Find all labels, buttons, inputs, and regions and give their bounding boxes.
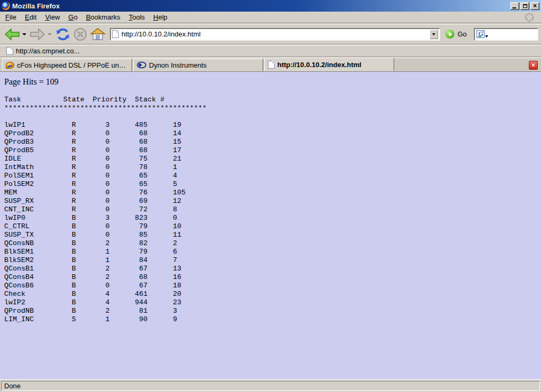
tab-label: http://10.0.10.2/index.html: [277, 61, 361, 69]
table-row: QConsNB B 2 82 2: [4, 239, 541, 248]
table-row: SUSP_TX B 0 85 11: [4, 231, 541, 239]
table-row: SUSP_RX R 0 69 12: [4, 197, 541, 206]
restore-icon: [523, 4, 527, 8]
table-row: BlkSEM2 B 1 84 7: [4, 256, 541, 265]
table-header: Task State Priority Stack #: [4, 96, 541, 104]
throbber-icon: [523, 13, 536, 22]
bookmarks-toolbar: http://as.cmpnet.co...: [0, 45, 541, 57]
table-row: C_CTRL B 0 79 10: [4, 222, 541, 231]
back-dropdown-caret[interactable]: [22, 33, 26, 35]
table-row: PolSEM1 R 0 65 4: [4, 172, 541, 180]
tab-bar: cFos Highspeed DSL / PPPoE und ISDN CAP.…: [0, 58, 541, 72]
back-button[interactable]: [3, 25, 21, 43]
menu-item-edit[interactable]: Edit: [21, 12, 41, 23]
table-row: QProdNB B 2 81 3: [4, 307, 541, 315]
menu-item-view[interactable]: View: [41, 12, 64, 23]
table-row: QConsB6 B 0 67 18: [4, 282, 541, 290]
table-row: BlkSEM1 B 1 79 6: [4, 248, 541, 256]
task-table: Task State Priority Stack #*************…: [4, 96, 541, 324]
bookmark-item[interactable]: http://as.cmpnet.co...: [3, 46, 83, 56]
table-row: IDLE R 0 75 21: [4, 155, 541, 163]
stop-icon: [73, 27, 88, 42]
menu-item-file[interactable]: File: [1, 12, 21, 23]
forward-arrow-icon: [30, 28, 45, 41]
restore-button[interactable]: [520, 2, 529, 10]
table-row: MEM R 0 76 105: [4, 189, 541, 197]
page-hits-text: Page Hits = 109: [4, 77, 541, 87]
table-row: QConsB4 B 2 68 16: [4, 273, 541, 282]
page-content: Page Hits = 109 Task State Priority Stac…: [0, 72, 541, 379]
search-engine-caret[interactable]: [485, 35, 488, 38]
menu-item-tools[interactable]: Tools: [125, 12, 149, 23]
go-label[interactable]: Go: [458, 30, 467, 38]
tab-1[interactable]: cFos Highspeed DSL / PPPoE und ISDN CAP.…: [2, 59, 132, 71]
home-icon: [90, 27, 106, 41]
cfos-favicon-icon: [6, 62, 14, 69]
go-button[interactable]: [445, 30, 454, 39]
chevron-down-icon: [432, 33, 435, 35]
tab-2[interactable]: Dynon Instruments: [133, 59, 263, 71]
go-play-icon: [449, 32, 452, 36]
forward-dropdown-caret[interactable]: [48, 33, 52, 35]
back-arrow-icon: [4, 28, 20, 41]
table-row: lwIP1 R 3 485 19: [4, 121, 541, 129]
table-row: QProdB2 R 0 68 14: [4, 129, 541, 138]
close-tab-button[interactable]: ×: [529, 61, 538, 70]
page-icon: [112, 30, 119, 38]
menu-item-help[interactable]: Help: [149, 12, 172, 23]
navigation-toolbar: http://10.0.10.2/index.html Go G!: [0, 24, 541, 44]
table-row: CNT_INC R 0 72 8: [4, 206, 541, 214]
close-button[interactable]: ×: [530, 2, 539, 10]
search-input[interactable]: G!: [474, 28, 538, 41]
page-favicon-icon: [268, 61, 275, 69]
menu-item-bookmarks[interactable]: Bookmarks: [82, 12, 125, 23]
url-input[interactable]: http://10.0.10.2/index.html: [119, 30, 430, 38]
stop-button[interactable]: [72, 25, 89, 43]
home-button[interactable]: [89, 25, 107, 43]
bookmark-label: http://as.cmpnet.co...: [16, 47, 80, 55]
table-row: LIM_INC S 1 90 9: [4, 315, 541, 324]
url-bar[interactable]: http://10.0.10.2/index.html: [110, 28, 440, 41]
menu-item-go[interactable]: Go: [64, 12, 81, 23]
close-icon: ×: [533, 3, 537, 9]
table-row: IntMath R 0 78 1: [4, 163, 541, 172]
dynon-favicon-icon: [137, 61, 146, 69]
status-bar: Done: [0, 379, 541, 392]
google-logo-icon[interactable]: G!: [477, 30, 484, 38]
blank-line: [4, 113, 541, 121]
firefox-icon: [2, 2, 10, 10]
minimize-icon: [512, 7, 516, 8]
titlebar: Mozilla Firefox ×: [0, 0, 541, 12]
table-row: Check B 4 461 20: [4, 290, 541, 298]
reload-icon: [55, 27, 71, 42]
tab-label: Dynon Instruments: [149, 61, 207, 69]
table-row: QProdB3 R 0 68 15: [4, 138, 541, 146]
table-separator: ****************************************…: [4, 104, 541, 113]
tab-3-active[interactable]: http://10.0.10.2/index.html: [264, 58, 394, 71]
menubar: FileEditViewGoBookmarksToolsHelp: [0, 12, 541, 23]
table-row: PolSEM2 R 0 65 5: [4, 180, 541, 189]
minimize-button[interactable]: [510, 2, 519, 10]
table-row: lwIP0 B 3 823 0: [4, 214, 541, 222]
tab-label: cFos Highspeed DSL / PPPoE und ISDN CAP.…: [17, 61, 128, 69]
table-row: lwIP2 B 4 944 23: [4, 298, 541, 307]
window-title: Mozilla Firefox: [12, 2, 60, 10]
table-row: QConsB1 B 2 67 13: [4, 265, 541, 273]
table-row: QProdB5 R 0 68 17: [4, 146, 541, 155]
bookmark-page-icon: [6, 47, 13, 55]
forward-button[interactable]: [29, 25, 46, 43]
reload-button[interactable]: [54, 25, 72, 43]
url-dropdown-button[interactable]: [430, 30, 438, 39]
status-text: Done: [1, 381, 540, 391]
